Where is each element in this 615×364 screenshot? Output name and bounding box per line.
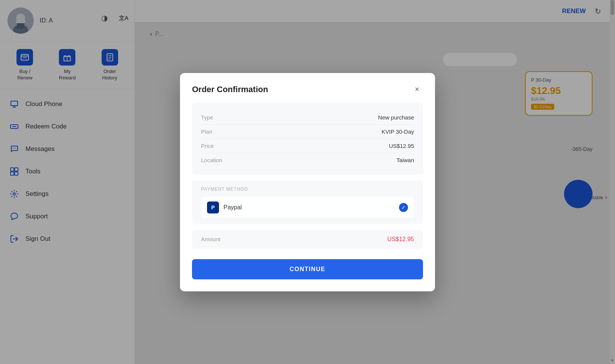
order-location-value: Taiwan <box>396 157 414 163</box>
order-location-label: Location <box>201 157 222 163</box>
order-price-value: US$12.95 <box>389 143 414 149</box>
payment-left: P Paypal <box>207 201 242 213</box>
payment-method-title: PAYMENT METHOD <box>201 186 414 192</box>
modal-overlay: Order Confirmation × Type New purchase P… <box>0 0 615 364</box>
amount-label: Amount <box>201 236 220 242</box>
order-type-value: New purchase <box>378 114 414 121</box>
order-row-location: Location Taiwan <box>201 153 414 167</box>
payment-selected-check: ✓ <box>399 203 408 212</box>
payment-method-section: PAYMENT METHOD P Paypal ✓ <box>192 181 423 224</box>
order-type-label: Type <box>201 114 213 121</box>
close-modal-button[interactable]: × <box>411 84 423 95</box>
modal-title: Order Confirmation <box>192 85 268 94</box>
order-plan-value: KVIP 30-Day <box>382 128 414 135</box>
amount-value: US$12.95 <box>387 236 414 243</box>
order-row-price: Price US$12.95 <box>201 139 414 153</box>
paypal-payment-option[interactable]: P Paypal ✓ <box>201 197 414 218</box>
amount-section: Amount US$12.95 <box>192 230 423 249</box>
order-row-type: Type New purchase <box>201 110 414 125</box>
order-details-section: Type New purchase Plan KVIP 30-Day Price… <box>192 103 423 175</box>
modal-header: Order Confirmation × <box>180 73 435 103</box>
modal-body: Type New purchase Plan KVIP 30-Day Price… <box>180 103 435 291</box>
paypal-icon: P <box>207 201 219 213</box>
paypal-label: Paypal <box>224 204 242 211</box>
order-plan-label: Plan <box>201 128 212 135</box>
order-confirmation-modal: Order Confirmation × Type New purchase P… <box>180 73 435 291</box>
app-container: ◑ 文A ID: A › <box>0 0 615 364</box>
continue-button[interactable]: CONTINUE <box>192 259 423 279</box>
order-price-label: Price <box>201 143 214 149</box>
order-row-plan: Plan KVIP 30-Day <box>201 125 414 139</box>
